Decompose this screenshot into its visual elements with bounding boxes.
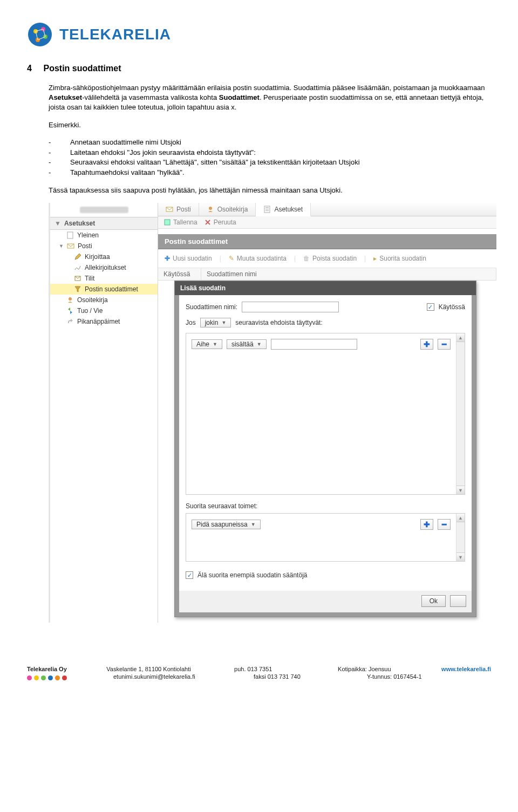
if-tail-text: seuraavista ehdoista täyttyvät: [235, 319, 322, 326]
filter-toolbar: ✚ Uusi suodatin | ✎ Muuta suodatinta | 🗑… [158, 249, 496, 268]
enabled-label: Käytössä [439, 303, 465, 311]
svg-rect-15 [165, 220, 170, 225]
stop-processing-checkbox[interactable] [186, 571, 193, 579]
scrollbar[interactable]: ▲ ▼ [456, 333, 465, 494]
svg-rect-12 [265, 207, 269, 208]
add-condition-button[interactable]: ✚ [420, 339, 433, 350]
footer-seat: Kotipaikka: Joensuu [338, 666, 420, 672]
cancel-icon [204, 219, 212, 226]
redacted-user [50, 203, 158, 217]
tab-osoitekirja[interactable]: Osoitekirja [199, 203, 256, 216]
signature-icon [74, 264, 81, 271]
remove-condition-button[interactable]: ━ [438, 339, 451, 350]
bullet-item: Seuraavaksi ehdoksi valitaan "Lähettäjä"… [70, 158, 491, 168]
plus-icon: ✚ [165, 255, 170, 262]
sidebar-item-tuo-vie[interactable]: Tuo / Vie [50, 305, 158, 316]
bullet-item: Tapahtumaehdoksi valitaan "hylkää". [70, 168, 491, 178]
save-icon [163, 219, 171, 226]
sidebar-item-pikanappaimet[interactable]: Pikanäppäimet [50, 316, 158, 327]
footer-ytunnus: Y-tunnus: 0167454-1 [367, 673, 459, 680]
sidebar-item-posti[interactable]: ▼ Posti [50, 241, 158, 251]
tab-bar: Posti Osoitekirja Asetukset [158, 203, 496, 216]
compose-icon [74, 253, 81, 261]
tab-posti[interactable]: Posti [158, 203, 199, 216]
remove-action-button[interactable]: ━ [438, 519, 451, 530]
condition-op-dropdown[interactable]: sisältää▼ [227, 339, 267, 349]
footer-company: Telekarelia Oy [27, 666, 85, 672]
ok-button[interactable]: Ok [421, 595, 446, 607]
scrollbar[interactable]: ▲ ▼ [456, 514, 465, 561]
settings-icon [263, 206, 271, 213]
scroll-up-icon[interactable]: ▲ [456, 514, 465, 522]
cancel-button[interactable]: Peruuta [204, 219, 236, 226]
sidebar-item-allekirjoitukset[interactable]: Allekirjoitukset [50, 262, 158, 273]
import-export-icon [66, 307, 74, 315]
chevron-down-icon: ▼ [54, 220, 61, 227]
sidebar-section-asetukset[interactable]: ▼ Asetukset [50, 217, 158, 230]
scroll-up-icon[interactable]: ▲ [456, 333, 465, 342]
save-button[interactable]: Tallenna [163, 219, 197, 226]
scroll-down-icon[interactable]: ▼ [456, 552, 465, 561]
tab-asetukset[interactable]: Asetukset [256, 203, 311, 216]
svg-rect-5 [67, 232, 73, 238]
if-any-dropdown[interactable]: jokin▼ [200, 318, 231, 327]
add-action-button[interactable]: ✚ [420, 519, 433, 530]
logo: TELEKARELIA [27, 22, 491, 47]
section-title-text: Postin suodattimet [43, 64, 121, 73]
bullet-item: Laitetaan ehdoksi "Jos jokin seuraavista… [70, 148, 491, 158]
sidebar: ▼ Asetukset Yleinen ▼ Posti Kirjoittaa [50, 203, 158, 623]
run-filter-button[interactable]: ▸ Suorita suodatin [373, 255, 426, 262]
caret-down-icon: ▼ [257, 342, 262, 347]
logo-text: TELEKARELIA [59, 26, 171, 43]
filter-name-label: Suodattimen nimi: [186, 303, 237, 311]
chevron-down-icon: ▼ [59, 243, 64, 249]
footer-web: www.telekarelia.fi [441, 666, 491, 672]
embedded-screenshot: ▼ Asetukset Yleinen ▼ Posti Kirjoittaa [49, 203, 496, 623]
paragraph-summary: Tässä tapauksessa siis saapuva posti hyl… [49, 186, 491, 195]
sidebar-item-tilit[interactable]: Tilit [50, 273, 158, 284]
caret-down-icon: ▼ [221, 320, 226, 325]
scroll-down-icon[interactable]: ▼ [456, 486, 465, 494]
sub-toolbar: Tallenna Peruuta [158, 216, 496, 229]
sidebar-item-osoitekirja[interactable]: Osoitekirja [50, 295, 158, 305]
footer-phone: puh. 013 7351 [234, 666, 316, 672]
new-filter-button[interactable]: ✚ Uusi suodatin [165, 255, 212, 262]
enabled-checkbox[interactable] [427, 303, 434, 311]
caret-down-icon: ▼ [251, 522, 256, 527]
svg-point-0 [28, 23, 52, 46]
edit-filter-button[interactable]: ✎ Muuta suodatinta [229, 255, 287, 262]
mail-icon [166, 206, 173, 213]
delete-filter-button[interactable]: 🗑 Poista suodatin [303, 255, 357, 262]
caret-down-icon: ▼ [213, 342, 217, 347]
footer-dots-icon [27, 675, 92, 680]
svg-rect-14 [265, 210, 269, 211]
col-name[interactable]: Suodattimen nimi [201, 268, 496, 280]
filter-name-input[interactable] [242, 302, 339, 312]
sidebar-item-postin-suodattimet[interactable]: Postin suodattimet [50, 284, 158, 295]
page-icon [66, 231, 74, 239]
example-bullets: Annetaan suodattimelle nimi Utsjoki Lait… [59, 138, 491, 178]
run-icon: ▸ [373, 255, 377, 262]
stop-processing-label: Älä suorita enempiä suodatin sääntöjä [197, 571, 307, 579]
bullet-item: Annetaan suodattimelle nimi Utsjoki [70, 138, 491, 148]
add-filter-dialog: Lisää suodatin Suodattimen nimi: Käytöss… [174, 281, 476, 617]
condition-value-input[interactable] [271, 339, 357, 350]
cancel-dialog-button[interactable] [450, 595, 466, 607]
sidebar-item-yleinen[interactable]: Yleinen [50, 230, 158, 241]
actions-box: Pidä saapuneissa▼ ✚ ━ ▲ [186, 513, 465, 562]
action-dropdown[interactable]: Pidä saapuneissa▼ [192, 520, 261, 529]
pencil-icon: ✎ [229, 255, 234, 262]
svg-point-8 [69, 297, 72, 301]
svg-point-10 [209, 207, 212, 210]
condition-field-dropdown[interactable]: Aihe▼ [192, 339, 222, 349]
dialog-title: Lisää suodatin [175, 281, 476, 295]
contacts-icon [66, 296, 74, 304]
filter-icon [74, 285, 81, 293]
filter-table-header: Käytössä Suodattimen nimi [158, 268, 496, 281]
sidebar-item-kirjoittaa[interactable]: Kirjoittaa [50, 251, 158, 262]
contacts-icon [207, 206, 214, 213]
col-enabled[interactable]: Käytössä [158, 268, 201, 280]
logo-mark-icon [27, 22, 53, 47]
trash-icon: 🗑 [303, 255, 310, 262]
conditions-box: Aihe▼ sisältää▼ ✚ [186, 333, 465, 495]
